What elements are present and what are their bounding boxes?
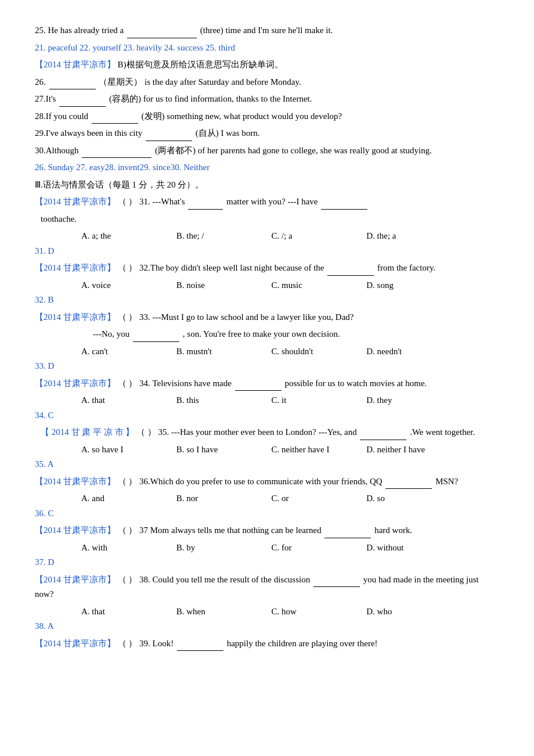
q32-tag: 【2014 甘肃平凉市】 — [35, 263, 116, 272]
blank-33 — [133, 341, 179, 342]
q34-options: A. that B. this C. it D. they — [81, 393, 499, 408]
q28: 28.If you could (发明) something new, what… — [35, 109, 499, 124]
blank-37 — [324, 538, 371, 538]
blank-25 — [127, 38, 197, 38]
blank-36 — [385, 488, 432, 489]
q36-tag: 【2014 甘肃平凉市】 — [35, 477, 116, 486]
q37-tag-line: 【2014 甘肃平凉市】 （ ） 37 Mom always tells me … — [35, 523, 499, 538]
blank-38 — [313, 586, 360, 587]
ans33: 33. D — [35, 359, 499, 374]
q34-tag: 【2014 甘肃平凉市】 — [35, 379, 116, 388]
ans37: 37. D — [35, 555, 499, 570]
ans38: 38. A — [35, 619, 499, 634]
section-3-header: Ⅲ.语法与情景会话（每题 1 分，共 20 分）。 — [35, 178, 499, 193]
section-b: 【2014 甘肃平凉市】 B)根据句意及所给汉语意思写出所缺单词。 — [35, 57, 499, 73]
q25: 25. He has already tried a (three) time … — [35, 23, 499, 38]
ans36: 36. C — [35, 506, 499, 521]
q27: 27.It's (容易的) for us to find information… — [35, 92, 499, 107]
q31-tag: 【2014 甘肃平凉市】 — [35, 197, 116, 206]
q38-tag-line: 【2014 甘肃平凉市】 （ ） 38. Could you tell me t… — [35, 573, 499, 602]
q35-tag: 【 2014 甘 肃 平 凉 市 】 — [41, 427, 134, 437]
q30: 30.Although (两者都不) of her parents had go… — [35, 143, 499, 159]
blank-28 — [92, 123, 138, 124]
ans32: 32. B — [35, 293, 499, 308]
q31-text: 31. ---What's — [139, 197, 185, 206]
q32-options: A. voice B. noise C. music D. song — [81, 278, 499, 293]
q33-tag-line: 【2014 甘肃平凉市】 （ ） 33. ---Must I go to law… — [35, 310, 499, 325]
q36-options: A. and B. nor C. or D. so — [81, 491, 499, 506]
q38-options: A. that B. when C. how D. who — [81, 604, 499, 620]
q39-tag-line: 【2014 甘肃平凉市】 （ ） 39. Look! happily the c… — [35, 636, 499, 651]
ans34: 34. C — [35, 408, 499, 423]
q35-options: A. so have I B. so I have C. neither hav… — [81, 442, 499, 458]
q33-options: A. can't B. mustn't C. shouldn't D. need… — [81, 344, 499, 359]
q37-tag: 【2014 甘肃平凉市】 — [35, 525, 116, 535]
q34-tag-line: 【2014 甘肃平凉市】 （ ） 34. Televisions have ma… — [35, 376, 499, 391]
section-b-tag: 【2014 甘肃平凉市】 — [35, 60, 116, 69]
blank-29 — [146, 141, 192, 141]
blank-39 — [177, 650, 223, 651]
blank-30 — [82, 157, 151, 158]
q38-tag: 【2014 甘肃平凉市】 — [35, 575, 116, 584]
q31-options: A. a; the B. the; / C. /; a D. the; a — [81, 229, 499, 244]
q31-tag-line: 【2014 甘肃平凉市】 （ ） 31. ---What's matter wi… — [35, 195, 499, 210]
blank-31b — [321, 209, 367, 210]
blank-31a — [188, 209, 223, 210]
q33-tag: 【2014 甘肃平凉市】 — [35, 312, 116, 322]
ans31: 31. D — [35, 244, 499, 259]
blank-32 — [327, 275, 374, 276]
q37-options: A. with B. by C. for D. without — [81, 541, 499, 556]
q32-tag-line: 【2014 甘肃平凉市】 （ ） 32.The boy didn't sleep… — [35, 261, 499, 276]
q26: 26. （星期天） is the day after Saturday and … — [35, 75, 499, 90]
answers-21-25: 21. peaceful 22. yourself 23. heavily 24… — [35, 41, 499, 56]
blank-35 — [360, 440, 406, 440]
blank-26 — [49, 89, 96, 89]
q39-tag: 【2014 甘肃平凉市】 — [35, 639, 116, 648]
answers-26-30: 26. Sunday 27. easy28. invent29. since30… — [35, 160, 499, 175]
q36-tag-line: 【2014 甘肃平凉市】 （ ） 36.Which do you prefer … — [35, 474, 499, 489]
blank-34 — [235, 390, 282, 391]
ans35: 35. A — [35, 457, 499, 472]
q29: 29.I've always been in this city (自从) I … — [35, 126, 499, 141]
blank-27 — [59, 106, 106, 107]
q33-line2: ---No, you , son. You're free to make yo… — [93, 327, 499, 342]
q35-tag-line: 【 2014 甘 肃 平 凉 市 】 （ ） 35. ---Has your m… — [35, 425, 499, 440]
